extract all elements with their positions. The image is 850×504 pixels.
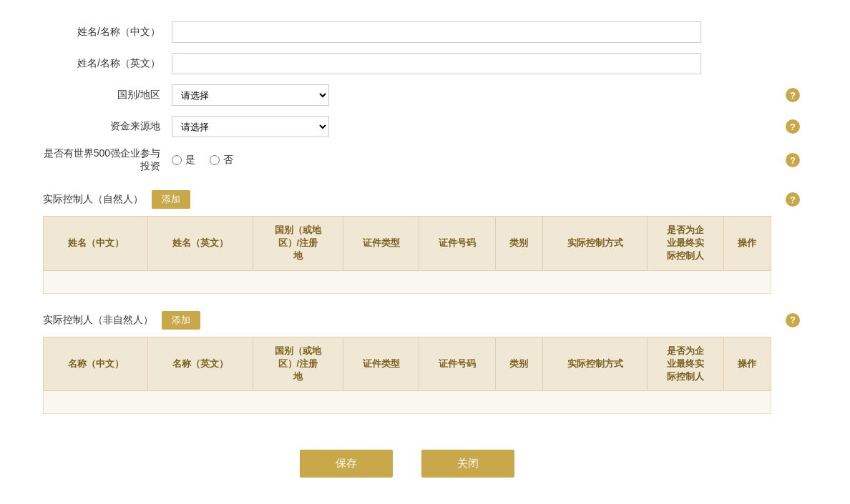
natural-person-add-button[interactable]: 添加 <box>152 190 190 209</box>
name-en-label: 姓名/名称（英文） <box>43 57 172 70</box>
col-control-method: 实际控制方式 <box>542 217 647 271</box>
col-country: 国别（或地区）/注册地 <box>253 217 343 271</box>
name-cn-input[interactable] <box>172 21 701 43</box>
col-name-cn: 姓名（中文） <box>44 217 148 271</box>
fortune500-row: 是否有世界500强企业参与投资 是 否 ? <box>43 147 771 173</box>
non-natural-table: 名称（中文） 名称（英文） 国别（或地区）/注册地 证件类型 证件号码 类别 实… <box>43 337 771 415</box>
fortune500-help-icon[interactable]: ? <box>786 153 800 167</box>
fortune500-yes-option[interactable]: 是 <box>172 154 195 167</box>
name-en-input[interactable] <box>172 53 701 74</box>
footer-buttons: 保存 关闭 <box>43 450 771 478</box>
col-org-cert-type: 证件类型 <box>343 337 419 391</box>
natural-person-title: 实际控制人（自然人） <box>43 193 143 206</box>
col-category: 类别 <box>495 217 542 271</box>
col-cert-no: 证件号码 <box>419 217 495 271</box>
col-org-control-method: 实际控制方式 <box>542 337 647 391</box>
col-org-action: 操作 <box>723 337 771 391</box>
col-is-final-controller: 是否为企业最终实际控制人 <box>648 217 723 271</box>
col-org-is-final-controller: 是否为企业最终实际控制人 <box>648 337 723 391</box>
name-cn-label: 姓名/名称（中文） <box>43 26 172 39</box>
col-org-name-cn: 名称（中文） <box>44 337 148 391</box>
col-org-category: 类别 <box>495 337 542 391</box>
non-natural-add-button[interactable]: 添加 <box>162 311 200 330</box>
fortune500-no-option[interactable]: 否 <box>210 154 233 167</box>
col-action: 操作 <box>723 217 771 271</box>
fund-source-select[interactable]: 请选择 <box>172 116 329 137</box>
non-natural-header-row: 名称（中文） 名称（英文） 国别（或地区）/注册地 证件类型 证件号码 类别 实… <box>44 337 771 391</box>
fund-source-help-icon[interactable]: ? <box>786 119 800 134</box>
natural-person-help-icon[interactable]: ? <box>786 192 800 207</box>
fortune500-no-radio[interactable] <box>210 155 220 165</box>
col-cert-type: 证件类型 <box>343 217 419 271</box>
natural-person-table: 姓名（中文） 姓名（英文） 国别（或地区）/注册地 证件类型 证件号码 类别 实… <box>43 216 771 294</box>
natural-person-section-header: 实际控制人（自然人） 添加 ? <box>43 190 771 209</box>
save-button[interactable]: 保存 <box>300 450 393 478</box>
fortune500-yes-radio[interactable] <box>172 155 182 165</box>
country-help-icon[interactable]: ? <box>786 88 800 102</box>
natural-person-empty-cell <box>44 270 771 293</box>
name-en-row: 姓名/名称（英文） <box>43 53 771 74</box>
fund-source-label: 资金来源地 <box>43 120 172 133</box>
non-natural-section-header: 实际控制人（非自然人） 添加 ? <box>43 311 771 330</box>
fortune500-radio-group: 是 否 <box>172 154 233 167</box>
non-natural-title: 实际控制人（非自然人） <box>43 314 153 327</box>
natural-person-empty-row <box>44 270 771 293</box>
non-natural-empty-row <box>44 391 771 414</box>
col-org-name-en: 名称（英文） <box>148 337 253 391</box>
fortune500-label: 是否有世界500强企业参与投资 <box>43 147 172 173</box>
natural-person-header-row: 姓名（中文） 姓名（英文） 国别（或地区）/注册地 证件类型 证件号码 类别 实… <box>44 217 771 271</box>
name-cn-row: 姓名/名称（中文） <box>43 21 771 43</box>
country-select[interactable]: 请选择 <box>172 84 329 106</box>
close-button[interactable]: 关闭 <box>421 450 514 478</box>
col-name-en: 姓名（英文） <box>148 217 253 271</box>
non-natural-help-icon[interactable]: ? <box>786 313 800 327</box>
fund-source-row: 资金来源地 请选择 ? <box>43 116 771 137</box>
col-org-country: 国别（或地区）/注册地 <box>253 337 343 391</box>
non-natural-empty-cell <box>44 391 771 414</box>
fortune500-yes-label: 是 <box>185 154 195 167</box>
country-label: 国别/地区 <box>43 89 172 102</box>
col-org-cert-no: 证件号码 <box>419 337 495 391</box>
country-row: 国别/地区 请选择 ? <box>43 84 771 106</box>
fortune500-no-label: 否 <box>223 154 233 167</box>
